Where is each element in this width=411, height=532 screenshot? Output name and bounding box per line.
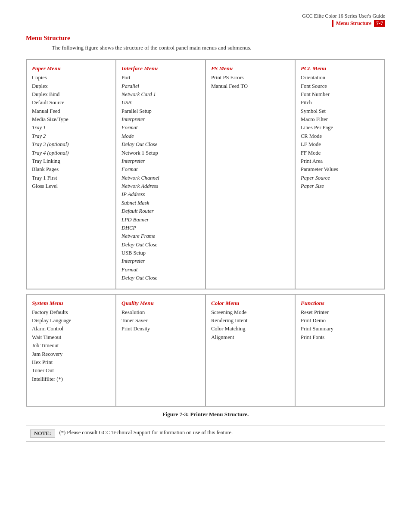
quality-toner-saver: Toner Saver	[121, 317, 200, 325]
iface-n1-subnet: Subnet Mask	[121, 199, 200, 207]
quality-menu-title: Quality Menu	[121, 299, 200, 308]
pcl-menu-cell: PCL Menu Orientation Font Source Font Nu…	[295, 59, 385, 289]
color-matching: Color Matching	[211, 325, 290, 333]
note-label: NOTE:	[30, 429, 55, 438]
ps-menu-title: PS Menu	[211, 64, 290, 73]
sys-display-language: Display Language	[32, 317, 110, 325]
system-menu-cell: System Menu Factory Defaults Display Lan…	[26, 294, 116, 406]
interface-menu-title: Interface Menu	[121, 64, 200, 73]
section-heading: Menu Structure	[26, 34, 385, 42]
pcl-menu-title: PCL Menu	[301, 64, 379, 73]
sys-toner-out: Toner Out	[32, 367, 110, 375]
ps-manual-feed: Manual Feed TO	[211, 82, 290, 90]
iface-port: Port	[121, 74, 200, 82]
color-menu-cell: Color Menu Screening Mode Rendering Inte…	[206, 294, 295, 406]
iface-n1-channel: Network Channel	[121, 174, 200, 182]
paper-tray-linking: Tray Linking	[32, 157, 110, 165]
iface-n1-lpd: LPD Banner	[121, 216, 200, 224]
iface-n1-router: Default Router	[121, 207, 200, 215]
iface-usb-setup: USB Setup	[121, 249, 200, 257]
iface-n1-netware: Netware Frame	[121, 232, 200, 240]
iface-usb-interpreter: Interpreter	[121, 257, 200, 265]
note-text: (*) Please consult GCC Technical Support…	[59, 429, 233, 436]
iface-ps-mode: Mode	[121, 132, 200, 140]
color-screening-mode: Screening Mode	[211, 308, 290, 317]
iface-network-card1: Network Card 1	[121, 90, 200, 99]
paper-duplex-bind: Duplex Bind	[32, 90, 110, 99]
page: GCC Elite Color 16 Series User's Guide M…	[0, 0, 411, 532]
func-print-summary: Print Summary	[301, 325, 379, 333]
interface-menu-cell: Interface Menu Port Parallel Network Car…	[116, 59, 206, 289]
paper-menu-title: Paper Menu	[32, 64, 110, 73]
func-print-fonts: Print Fonts	[301, 333, 379, 342]
iface-parallel: Parallel	[121, 82, 200, 90]
pcl-paper-size: Paper Size	[301, 182, 379, 190]
section-description: The following figure shows the structure…	[52, 44, 385, 51]
paper-tray1-first: Tray 1 First	[32, 174, 110, 182]
pcl-lines-per-page: Lines Per Page	[301, 124, 379, 132]
pcl-orientation: Orientation	[301, 74, 379, 82]
pcl-ff-mode: FF Mode	[301, 149, 379, 157]
iface-parallel-setup: Parallel Setup	[121, 107, 200, 115]
system-menu-title: System Menu	[32, 299, 110, 308]
iface-usb-delay: Delay Out Close	[121, 274, 200, 282]
page-header: GCC Elite Color 16 Series User's Guide M…	[26, 13, 385, 27]
sys-jam-recovery: Jam Recovery	[32, 350, 110, 358]
ps-print-errors: Print PS Errors	[211, 74, 290, 82]
pcl-lf-mode: LF Mode	[301, 140, 379, 149]
sys-wait-timeout: Wait Timeout	[32, 333, 110, 342]
pcl-parameter-values: Parameter Values	[301, 165, 379, 174]
sys-alarm-control: Alarm Control	[32, 325, 110, 333]
pcl-cr-mode: CR Mode	[301, 132, 379, 140]
quality-menu-cell: Quality Menu Resolution Toner Saver Prin…	[116, 294, 206, 406]
paper-tray3: Tray 3 (optional)	[32, 140, 110, 149]
func-reset-printer: Reset Printer	[301, 308, 379, 317]
menu-grid-top: Paper Menu Copies Duplex Duplex Bind Def…	[26, 59, 385, 289]
paper-default-source: Default Source	[32, 99, 110, 107]
section-label: Menu Structure	[332, 20, 371, 27]
iface-ps-delay: Delay Out Close	[121, 140, 200, 149]
sys-job-timeout: Job Timeout	[32, 342, 110, 350]
iface-n1-format: Format	[121, 165, 200, 174]
paper-tray4: Tray 4 (optional)	[32, 149, 110, 157]
paper-copies: Copies	[32, 74, 110, 82]
iface-network1-setup: Network 1 Setup	[121, 149, 200, 157]
pcl-macro-filter: Macro Filter	[301, 115, 379, 124]
quality-resolution: Resolution	[121, 308, 200, 317]
color-menu-title: Color Menu	[211, 299, 290, 308]
paper-media-size-type: Media Size/Type	[32, 115, 110, 124]
functions-menu-cell: Functions Reset Printer Print Demo Print…	[295, 294, 385, 406]
ps-menu-cell: PS Menu Print PS Errors Manual Feed TO	[206, 59, 295, 289]
sys-intellifilter: Intellifilter (*)	[32, 375, 110, 383]
iface-n1-interpreter: Interpreter	[121, 157, 200, 165]
paper-tray2: Tray 2	[32, 132, 110, 140]
iface-ps-interpreter: Interpreter	[121, 115, 200, 124]
functions-menu-title: Functions	[301, 299, 379, 308]
paper-manual-feed: Manual Feed	[32, 107, 110, 115]
pcl-print-area: Print Area	[301, 157, 379, 165]
menu-grid-bottom: System Menu Factory Defaults Display Lan…	[26, 294, 385, 407]
paper-tray1: Tray 1	[32, 124, 110, 132]
func-print-demo: Print Demo	[301, 317, 379, 325]
pcl-font-number: Font Number	[301, 90, 379, 99]
note-box: NOTE: (*) Please consult GCC Technical S…	[26, 426, 385, 442]
paper-menu-cell: Paper Menu Copies Duplex Duplex Bind Def…	[26, 59, 116, 289]
header-right: GCC Elite Color 16 Series User's Guide M…	[302, 13, 385, 27]
guide-title: GCC Elite Color 16 Series User's Guide	[302, 13, 385, 19]
iface-n1-address: Network Address	[121, 182, 200, 190]
iface-n1-ip: IP Address	[121, 190, 200, 199]
sys-factory-defaults: Factory Defaults	[32, 308, 110, 317]
paper-blank-pages: Blank Pages	[32, 165, 110, 174]
iface-n1-dhcp: DHCP	[121, 224, 200, 232]
sys-hex-print: Hex Print	[32, 358, 110, 367]
iface-n1-delay: Delay Out Close	[121, 241, 200, 249]
pcl-paper-source: Paper Source	[301, 174, 379, 182]
color-alignment: Alignment	[211, 333, 290, 342]
quality-print-density: Print Density	[121, 325, 200, 333]
pcl-pitch: Pitch	[301, 99, 379, 107]
iface-ps-format: Format	[121, 124, 200, 132]
pcl-font-source: Font Source	[301, 82, 379, 90]
figure-caption: Figure 7-3: Printer Menu Structure.	[26, 411, 385, 418]
iface-usb: USB	[121, 99, 200, 107]
color-rendering-intent: Rendering Intent	[211, 317, 290, 325]
